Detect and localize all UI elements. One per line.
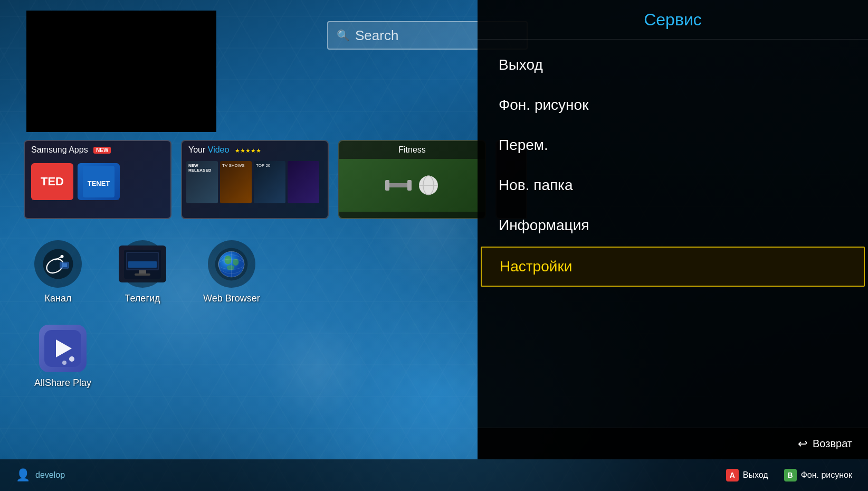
menu-item-settings-label: Настройки <box>500 258 572 275</box>
context-menu-items: Выход Фон. рисунок Перем. Нов. папка Инф… <box>478 40 868 428</box>
video-thumb-2: TV SHOWS <box>220 161 252 203</box>
ball-icon <box>418 175 439 196</box>
menu-item-settings[interactable]: Настройки <box>481 247 865 287</box>
bottom-actions: A Выход B Фон. рисунок <box>726 469 852 481</box>
search-icon: 🔍 <box>337 29 350 42</box>
fitness-header: Fitness <box>339 141 485 159</box>
teleguide-icon-item[interactable]: Телегид <box>119 240 166 304</box>
your-video-header: Your Video ★★★★★ <box>182 141 328 159</box>
return-button[interactable]: ↩ Возврат <box>798 437 852 451</box>
context-menu-footer: ↩ Возврат <box>478 428 868 459</box>
fitness-image <box>339 159 485 212</box>
context-menu-panel: Сервис Выход Фон. рисунок Перем. Нов. па… <box>478 0 868 459</box>
samsung-apps-tile[interactable]: Samsung Apps NEW TED TENET <box>24 140 171 219</box>
tenet-icon: TENET <box>78 163 120 200</box>
menu-item-exit-label: Выход <box>499 56 543 73</box>
svg-rect-4 <box>407 180 412 191</box>
btn-b-label: Фон. рисунок <box>801 470 852 480</box>
kanal-label: Канал <box>45 293 72 304</box>
ted-icon: TED <box>31 163 73 200</box>
btn-a-label: Выход <box>743 470 768 480</box>
kanal-icon-circle <box>34 240 82 288</box>
your-video-tile[interactable]: Your Video ★★★★★ NEWRELEASED TV SHOWS TO… <box>181 140 329 219</box>
svg-point-31 <box>69 356 74 362</box>
kanal-icon-item[interactable]: Канал <box>34 240 82 304</box>
menu-item-exit[interactable]: Выход <box>478 45 868 85</box>
icons-row-2: AllShare Play <box>34 325 91 389</box>
menu-item-background-label: Фон. рисунок <box>499 97 588 113</box>
teleguide-icon-circle <box>119 240 166 288</box>
fitness-title: Fitness <box>398 145 426 154</box>
user-icon: 👤 <box>16 468 30 482</box>
context-menu-title: Сервис <box>644 10 702 30</box>
web-browser-icon-circle <box>208 240 255 288</box>
menu-item-new-folder[interactable]: Нов. папка <box>478 165 868 205</box>
samsung-apps-icons: TED TENET <box>25 159 170 204</box>
menu-item-move[interactable]: Перем. <box>478 125 868 165</box>
allshare-icon-item[interactable]: AllShare Play <box>34 325 91 389</box>
allshare-svg <box>44 330 81 367</box>
video-thumbnails: NEWRELEASED TV SHOWS TOP 20 <box>182 159 328 205</box>
samsung-apps-title: Samsung Apps <box>31 145 88 154</box>
web-browser-icon-item[interactable]: Web Browser <box>203 240 260 304</box>
user-info: 👤 develop <box>16 468 65 482</box>
search-label: Search <box>355 27 398 44</box>
btn-a: A <box>726 469 739 481</box>
return-label: Возврат <box>813 438 852 450</box>
star-rating: ★★★★★ <box>235 147 261 154</box>
tv-preview <box>26 11 216 132</box>
btn-b: B <box>784 469 797 481</box>
web-browser-label: Web Browser <box>203 293 260 304</box>
btn-a-action[interactable]: A Выход <box>726 469 768 481</box>
allshare-label: AllShare Play <box>34 377 91 389</box>
fitness-tile[interactable]: Fitness <box>338 140 486 219</box>
video-thumb-4 <box>288 161 319 203</box>
video-thumb-3: TOP 20 <box>254 161 285 203</box>
svg-point-22 <box>225 256 232 264</box>
svg-point-32 <box>62 361 66 365</box>
screen: 🔍 Search Samsung Apps NEW TED TENET <box>0 0 868 491</box>
video-thumb-1: NEWRELEASED <box>186 161 218 203</box>
allshare-icon-wrap <box>39 325 87 372</box>
svg-rect-18 <box>139 270 146 273</box>
svg-text:TENET: TENET <box>88 180 110 187</box>
dumbbell-icon <box>385 175 412 196</box>
samsung-apps-header: Samsung Apps NEW <box>25 141 170 159</box>
menu-item-new-folder-label: Нов. папка <box>499 177 573 193</box>
icons-row-1: Канал Телегид <box>34 240 260 304</box>
menu-item-background[interactable]: Фон. рисунок <box>478 85 868 125</box>
bottom-bar: 👤 develop A Выход B Фон. рисунок <box>0 459 868 491</box>
menu-item-info[interactable]: Информация <box>478 205 868 246</box>
svg-rect-17 <box>128 261 157 268</box>
svg-point-11 <box>61 255 64 258</box>
btn-b-action[interactable]: B Фон. рисунок <box>784 469 852 481</box>
menu-item-info-label: Информация <box>499 217 589 233</box>
tvguide-svg <box>124 250 161 279</box>
user-label: develop <box>35 470 65 480</box>
new-badge: NEW <box>93 147 111 154</box>
app-tiles-row: Samsung Apps NEW TED TENET Your Video ★★… <box>24 140 527 219</box>
context-menu-header: Сервис <box>478 0 868 40</box>
return-icon: ↩ <box>798 437 807 451</box>
svg-rect-2 <box>388 183 409 187</box>
tvguide-icon <box>119 246 166 282</box>
svg-rect-3 <box>385 180 389 191</box>
satellite-icon <box>42 248 74 280</box>
menu-item-move-label: Перем. <box>499 137 548 153</box>
globe-icon <box>214 247 249 281</box>
svg-rect-13 <box>62 263 68 268</box>
svg-rect-19 <box>135 273 150 276</box>
teleguide-label: Телегид <box>125 293 160 304</box>
